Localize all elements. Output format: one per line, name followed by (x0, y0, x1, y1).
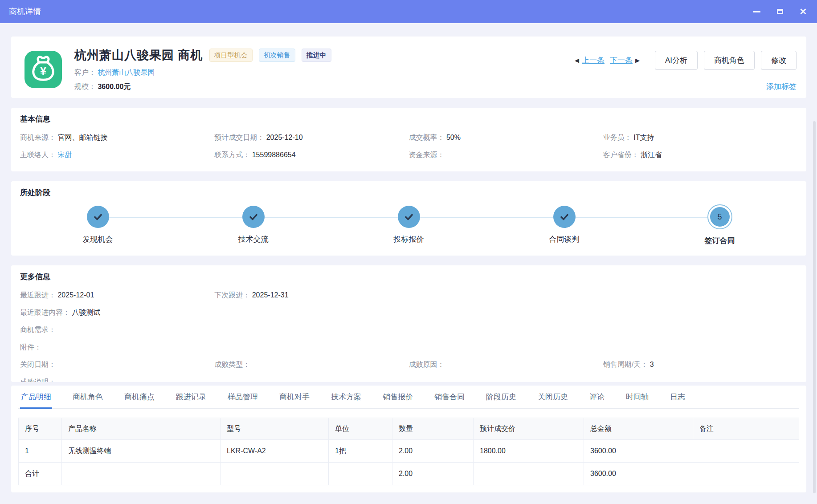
field-source: 商机来源： 官网、邮箱链接 (20, 129, 214, 146)
prev-arrow-icon[interactable]: ◀ (575, 57, 579, 64)
product-detail-table: 序号 产品名称 型号 单位 数量 预计成交价 总金额 备注 1 无线测温终端 L… (18, 418, 799, 485)
field-phone: 联系方式： 15599886654 (214, 146, 408, 163)
opportunity-role-button[interactable]: 商机角色 (704, 51, 755, 70)
opportunity-title: 杭州萧山八骏果园 商机 (74, 47, 203, 63)
edit-button[interactable]: 修改 (761, 51, 797, 70)
stage-step-4: 合同谈判 (486, 205, 642, 246)
customer-label: 客户： (74, 69, 96, 76)
stage-4-done-circle[interactable] (553, 206, 576, 228)
col-product-name: 产品名称 (62, 418, 221, 440)
maximize-icon (777, 9, 783, 14)
check-icon (248, 211, 259, 222)
cell-index: 1 (19, 440, 62, 463)
cell-remark (693, 440, 799, 463)
check-icon (93, 211, 103, 222)
window-title: 商机详情 (9, 6, 41, 17)
field-fund-source: 资金来源： (409, 146, 603, 163)
next-arrow-icon[interactable]: ▶ (635, 57, 640, 64)
tab-sample-management[interactable]: 样品管理 (227, 386, 259, 409)
minimize-icon (753, 11, 760, 12)
stage-1-done-circle[interactable] (87, 206, 109, 228)
tab-product-detail[interactable]: 产品明细 (20, 386, 52, 409)
total-product-name (62, 463, 221, 485)
col-model: 型号 (221, 418, 329, 440)
field-recent-content: 最近跟进内容： 八骏测试 (20, 304, 797, 321)
stage-5-label: 签订合同 (705, 236, 735, 246)
tab-comments[interactable]: 评论 (588, 386, 605, 409)
detail-tabbar: 产品明细 商机角色 商机痛点 跟进记录 样品管理 商机对手 技术方案 销售报价 … (18, 386, 799, 409)
col-remark: 备注 (693, 418, 799, 440)
tag-sale-type: 初次销售 (259, 49, 295, 62)
field-close-date: 关闭日期： (20, 356, 214, 373)
next-record-link[interactable]: 下一条 (610, 55, 633, 65)
tab-pain-points[interactable]: 商机痛点 (123, 386, 155, 409)
total-label: 合计 (19, 463, 62, 485)
field-sales-cycle: 销售周期/天： 3 (603, 356, 797, 373)
stage-3-label: 投标报价 (394, 234, 424, 244)
tab-technical-plan[interactable]: 技术方案 (330, 386, 362, 409)
close-icon: ✕ (800, 7, 807, 16)
window-titlebar: 商机详情 ✕ (0, 0, 817, 23)
prev-record-link[interactable]: 上一条 (582, 55, 605, 65)
field-attachment: 附件： (20, 338, 797, 356)
contact-link[interactable]: 宋甜 (57, 151, 72, 159)
cell-model: LKR-CW-A2 (221, 440, 329, 463)
stage-3-done-circle[interactable] (398, 206, 420, 228)
minimize-button[interactable] (752, 7, 762, 16)
stage-section: 所处阶段 发现机会 技术交流 投标报价 (11, 181, 806, 256)
tag-opportunity-type: 项目型机会 (209, 49, 253, 62)
tab-logs[interactable]: 日志 (669, 386, 686, 409)
tab-close-history[interactable]: 关闭历史 (537, 386, 569, 409)
tab-timeline[interactable]: 时间轴 (625, 386, 650, 409)
field-expected-date: 预计成交日期： 2025-12-10 (214, 129, 408, 146)
maximize-button[interactable] (775, 7, 785, 16)
stage-step-3: 投标报价 (331, 205, 486, 246)
col-total-amount: 总金额 (584, 418, 693, 440)
cell-total-amount: 3600.00 (584, 440, 693, 463)
check-icon (404, 211, 414, 222)
table-row[interactable]: 1 无线测温终端 LKR-CW-A2 1把 2.00 1800.00 3600.… (19, 440, 799, 463)
field-result-note: 成败说明： (20, 373, 797, 382)
stage-1-label: 发现机会 (83, 234, 113, 244)
total-quantity: 2.00 (392, 463, 474, 485)
more-info-heading: 更多信息 (20, 272, 797, 282)
total-amount: 3600.00 (584, 463, 693, 485)
field-probability: 成交概率： 50% (409, 129, 603, 146)
tab-sales-contract[interactable]: 销售合同 (433, 386, 466, 409)
basic-info-heading: 基本信息 (20, 114, 797, 124)
svg-text:¥: ¥ (40, 64, 47, 77)
stage-4-label: 合同谈判 (549, 234, 580, 244)
col-expected-price: 预计成交价 (474, 418, 584, 440)
tab-competitors[interactable]: 商机对手 (278, 386, 310, 409)
stage-2-label: 技术交流 (238, 234, 269, 244)
field-next-follow: 下次跟进： 2025-12-31 (214, 286, 797, 304)
field-result-type: 成败类型： (214, 356, 408, 373)
more-info-section: 更多信息 最近跟进： 2025-12-01 下次跟进： 2025-12-31 最… (11, 265, 806, 382)
tab-sales-quote[interactable]: 销售报价 (382, 386, 414, 409)
cell-quantity: 2.00 (392, 440, 474, 463)
stage-5-current-circle[interactable]: 5 (707, 204, 732, 229)
close-button[interactable]: ✕ (798, 7, 808, 16)
stage-step-1: 发现机会 (20, 205, 176, 246)
stage-step-5: 5 签订合同 (642, 205, 797, 246)
cell-unit: 1把 (329, 440, 392, 463)
col-unit: 单位 (329, 418, 392, 440)
table-header-row: 序号 产品名称 型号 单位 数量 预计成交价 总金额 备注 (19, 418, 799, 440)
stage-2-done-circle[interactable] (242, 206, 265, 228)
customer-link[interactable]: 杭州萧山八骏果园 (98, 69, 155, 76)
field-demand: 商机需求： (20, 321, 797, 338)
tab-opportunity-role[interactable]: 商机角色 (72, 386, 104, 409)
field-result-reason: 成败原因： (409, 356, 603, 373)
tab-stage-history[interactable]: 阶段历史 (485, 386, 517, 409)
field-province: 客户省份： 浙江省 (603, 146, 797, 163)
money-bag-icon: ¥ (25, 51, 62, 88)
total-unit (329, 463, 392, 485)
add-tag-link[interactable]: 添加标签 (766, 81, 797, 92)
stage-stepper: 发现机会 技术交流 投标报价 合同谈判 (20, 205, 797, 246)
ai-analysis-button[interactable]: AI分析 (655, 51, 698, 70)
vertical-scrollbar[interactable] (813, 121, 816, 493)
tab-follow-records[interactable]: 跟进记录 (175, 386, 207, 409)
field-main-contact: 主联络人： 宋甜 (20, 146, 214, 163)
opportunity-header: ¥ 杭州萧山八骏果园 商机 项目型机会 初次销售 推进中 客户： 杭州萧山八骏果… (11, 37, 806, 98)
basic-info-section: 基本信息 商机来源： 官网、邮箱链接 预计成交日期： 2025-12-10 成交… (11, 108, 806, 171)
